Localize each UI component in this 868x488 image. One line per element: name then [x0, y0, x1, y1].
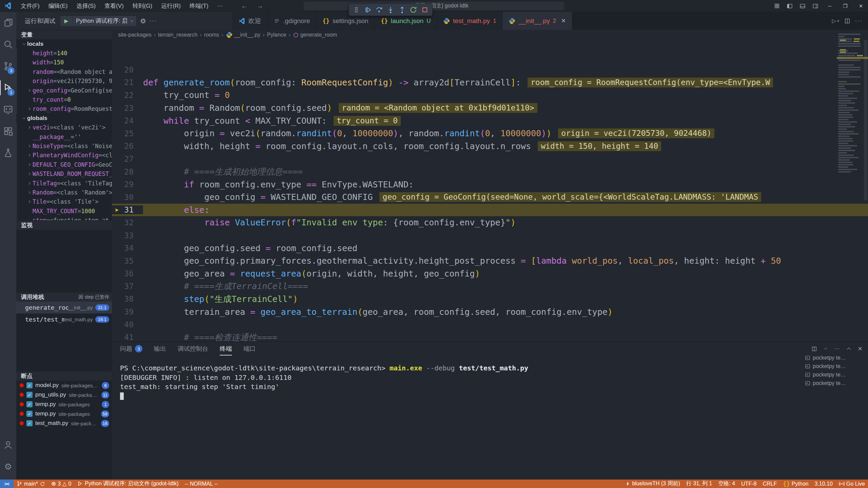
menu-item-F[interactable]: 文件(F) [16, 0, 44, 12]
debug-step-over-icon[interactable] [374, 5, 384, 15]
gear-icon[interactable]: ⚙ [140, 17, 146, 25]
activity-source-control[interactable]: 3 [0, 55, 16, 77]
variable-row[interactable]: Random = <class 'Random'> [16, 188, 112, 197]
activity-account[interactable] [0, 434, 16, 456]
code-line-37[interactable]: 37 # ====生成TerrainCell==== [112, 280, 868, 293]
status-vim-mode[interactable]: -- NORMAL -- [182, 480, 221, 488]
breakpoint-checkbox[interactable]: ✓ [26, 392, 33, 398]
status-remote[interactable]: >< [0, 480, 14, 488]
status-problems[interactable]: ⊗3△0 [48, 480, 74, 488]
code-line-26[interactable]: 26 width, height = room_config.layout.n_… [112, 140, 868, 153]
variable-row[interactable]: origin = vec2i(7205730, 9024468) [16, 77, 112, 86]
debug-continue-icon[interactable] [362, 5, 373, 15]
minimap[interactable] [838, 31, 863, 174]
activity-extensions[interactable] [0, 120, 16, 142]
tab-__init__.py[interactable]: __init__.py2✕ [502, 12, 572, 30]
code-line-40[interactable]: 40 [112, 318, 868, 331]
variable-row[interactable]: PlanetaryWindConfig = <class 'Planeta… [16, 151, 112, 160]
layout-bottom-icon[interactable] [797, 0, 808, 12]
panel-more-icon[interactable]: ··· [834, 345, 840, 352]
menu-item-E[interactable]: 编辑(E) [44, 0, 72, 12]
terminal-instance[interactable]: pocketpy te… [805, 379, 866, 387]
breakpoint-checkbox[interactable]: ✓ [26, 382, 33, 388]
breakpoint-row[interactable]: ✓png_utils.pysite-packages\wfc11 [16, 390, 112, 400]
code-line-20[interactable]: 20 [112, 63, 868, 76]
editor-scrollbar[interactable] [863, 30, 868, 342]
code-line-35[interactable]: 35 geo_config.primary_forces.geothermal_… [112, 255, 868, 267]
code-line-31[interactable]: 31➤ else: [112, 204, 868, 217]
variable-row[interactable]: DEFAULT_GEO_CONFIG = GeoConfig(seed=1… [16, 160, 112, 169]
activity-files[interactable] [0, 12, 16, 34]
panel-tab-调试控制台[interactable]: 调试控制台 [178, 342, 208, 355]
debug-step-into-icon[interactable] [385, 5, 396, 15]
code-line-22[interactable]: 22 try_count = 0 [112, 89, 868, 102]
panel-tab-端口[interactable]: 端口 [243, 342, 256, 355]
tab-close-icon[interactable]: ✕ [561, 17, 566, 24]
code-line-39[interactable]: 39 terrain_area = geo_area_to_terrain(ge… [112, 305, 868, 318]
variable-row[interactable]: width = 150 [16, 58, 112, 67]
breakpoint-row[interactable]: ✓temp.pysite-packages58 [16, 409, 112, 419]
variable-row[interactable]: vec2i = <class 'vec2i'> [16, 123, 112, 132]
code-area[interactable]: 2021def generate_room(room_config: RoomR… [112, 63, 868, 342]
code-editor[interactable]: 2021def generate_room(room_config: RoomR… [112, 30, 868, 342]
code-line-34[interactable]: 34 geo_config.seed = room_config.seed [112, 242, 868, 255]
breakpoint-checkbox[interactable]: ✓ [26, 401, 33, 407]
code-line-21[interactable]: 21def generate_room(room_config: RoomReq… [112, 76, 868, 89]
variable-row[interactable]: Tile = <class 'Tile'> [16, 197, 112, 206]
terminal-instance[interactable]: pocketpy te… [805, 362, 866, 370]
code-line-30[interactable]: 30 geo_config = WASTELAND_GEO_CONFIGgeo_… [112, 191, 868, 204]
window-maximize-icon[interactable]: ❒ [838, 0, 852, 12]
run-python-file-icon[interactable]: ▷∨ [832, 18, 840, 24]
variable-group-locals[interactable]: locals [16, 39, 112, 48]
menu-item-[interactable]: ··· [213, 0, 228, 12]
status-blame[interactable]: blueloveTH (3 周前) [622, 480, 683, 488]
variable-row[interactable]: try_count = 0 [16, 95, 112, 104]
status-language[interactable]: {}Python [780, 480, 811, 488]
layout-left-icon[interactable] [784, 0, 795, 12]
variable-row[interactable]: room_config = RoomRequestConfig(env_t… [16, 104, 112, 114]
more-actions-icon[interactable]: ··· [150, 18, 157, 24]
callstack-section-header[interactable]: 调用堆栈 因 step 已暂停 [16, 292, 112, 302]
code-line-36[interactable]: 36 geo_area = request_area(origin, width… [112, 267, 868, 280]
breakpoint-checkbox[interactable]: ✓ [26, 411, 33, 417]
command-center-search[interactable]: [扩展开发宿主] godot-ldtk [303, 1, 565, 11]
breakpoint-row[interactable]: ✓temp.pysite-packages1 [16, 400, 112, 409]
terminal-split-icon[interactable] [811, 346, 817, 352]
code-line-38[interactable]: 38 step("生成TerrainCell") [112, 293, 868, 306]
breadcrumb-item[interactable]: terrain_research [158, 32, 198, 38]
breakpoints-section-header[interactable]: 断点 [16, 371, 112, 381]
variable-row[interactable]: height = 140 [16, 48, 112, 58]
variable-row[interactable]: NoiseType = <class 'NoiseType'> [16, 141, 112, 150]
menu-item-V[interactable]: 查看(V) [100, 0, 128, 12]
variable-row[interactable]: WASTELAND_ROOM_REQUEST_CONFIG = RoomR… [16, 169, 112, 178]
code-line-23[interactable]: 23 random = Random(room_config.seed)rand… [112, 102, 868, 115]
maximize-panel-icon[interactable] [846, 346, 852, 352]
breadcrumb-item[interactable]: generate_room [293, 32, 337, 38]
tab-[interactable]: 欢迎 [232, 12, 268, 30]
variable-row[interactable]: TileTag = <class 'TileTag'> [16, 179, 112, 188]
window-minimize-icon[interactable]: ─ [823, 0, 837, 12]
activity-search[interactable] [0, 34, 16, 55]
menu-item-G[interactable]: 转到(G) [128, 0, 157, 12]
status-branch[interactable]: main* [14, 480, 48, 488]
variable-row[interactable]: random = <Random object at 0x1bf9d01e… [16, 67, 112, 76]
variable-row[interactable]: geo_config = GeoConfig(seed=None, wor… [16, 86, 112, 95]
terminal-instance[interactable]: pocketpy te… [805, 370, 866, 379]
activity-settings-gear[interactable]: ⚙ [0, 456, 16, 477]
code-line-27[interactable]: 27 [112, 152, 868, 165]
panel-close-icon[interactable]: ✕ [858, 345, 863, 352]
nav-forward-icon[interactable]: → [257, 2, 263, 10]
status-go-live[interactable]: Go Live [836, 480, 868, 488]
status-indentation[interactable]: 空格: 4 [715, 480, 738, 488]
window-close-icon[interactable]: ✕ [854, 0, 868, 12]
debug-stop-icon[interactable] [419, 5, 430, 15]
start-debug-icon[interactable]: ▶ [60, 16, 73, 26]
stack-frame[interactable]: test/test_math.pytest_math.py16:1 [16, 313, 112, 325]
scrollbar-slider[interactable] [864, 31, 867, 201]
variable-group-globals[interactable]: globals [16, 114, 112, 123]
variable-row[interactable]: __package__ = '' [16, 132, 112, 141]
variables-section-header[interactable]: 变量 [16, 30, 112, 39]
activity-testing[interactable] [0, 142, 16, 164]
code-line-29[interactable]: 29 if room_config.env_type == EnvType.WA… [112, 178, 868, 191]
stack-frame[interactable]: generate_room__init__.py31:1 [16, 302, 112, 313]
